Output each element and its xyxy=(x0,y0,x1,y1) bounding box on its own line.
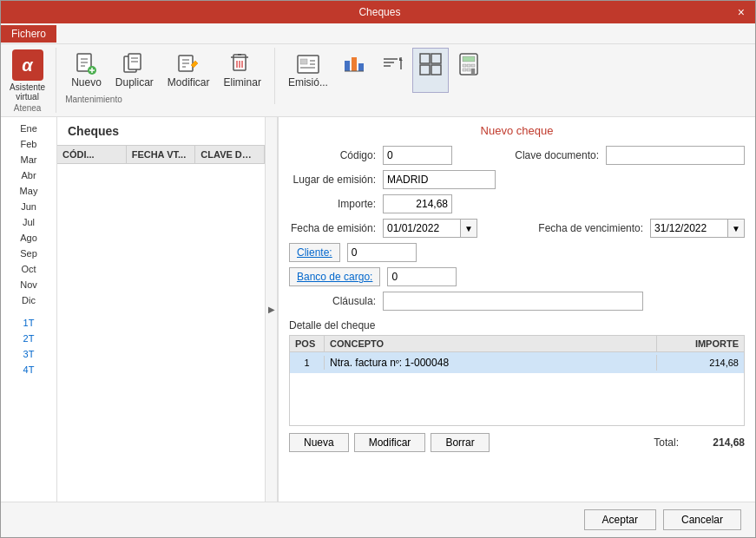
cliente-row: Cliente: xyxy=(289,243,745,262)
emission-label: Emisió... xyxy=(288,76,328,89)
importe-label: Importe: xyxy=(289,198,376,210)
modificar-button[interactable]: Modificar xyxy=(161,48,216,93)
calculator-button[interactable] xyxy=(450,48,487,93)
cliente-button[interactable]: Cliente: xyxy=(289,243,340,262)
fecha-vencimiento-dropdown[interactable]: ▼ xyxy=(728,219,745,238)
list-table-header: CÓDI... FECHA VT... CLAVE DOCUMENT... xyxy=(57,145,265,164)
svg-rect-43 xyxy=(463,69,466,71)
svg-rect-45 xyxy=(471,69,475,75)
sidebar-month-oct[interactable]: Oct xyxy=(1,261,56,277)
total-value: 214,68 xyxy=(684,436,745,449)
emission-row: Emisió... xyxy=(282,48,487,93)
eliminar-icon xyxy=(230,52,254,76)
svg-rect-26 xyxy=(345,61,350,71)
chart-button[interactable] xyxy=(336,48,372,93)
sidebar-quarter-2t[interactable]: 2T xyxy=(1,331,56,346)
importe-input[interactable] xyxy=(383,194,452,213)
menu-bar: Fichero xyxy=(1,23,755,44)
list-title: Cheques xyxy=(57,117,265,145)
calculator-icon xyxy=(457,52,481,76)
sidebar-month-jul[interactable]: Jul xyxy=(1,214,56,230)
grid-icon xyxy=(418,52,443,76)
details-td-importe: 214,68 xyxy=(657,356,744,370)
sidebar-month-ene[interactable]: Ene xyxy=(1,121,56,136)
svg-rect-37 xyxy=(431,65,441,75)
details-row[interactable]: 1 Ntra. factura nº: 1-000048 214,68 xyxy=(290,352,744,373)
svg-rect-34 xyxy=(420,54,430,63)
menu-fichero[interactable]: Fichero xyxy=(1,25,56,43)
cliente-input[interactable] xyxy=(347,243,417,262)
left-sidebar: Ene Feb Mar Abr May Jun Jul Ago Sep Oct … xyxy=(1,117,57,502)
concepto-text: Ntra. factura nº: 1-000048 xyxy=(330,357,449,369)
details-table: POS CONCEPTO IMPORTE 1 Ntra. factura nº:… xyxy=(289,335,745,426)
sidebar-month-ago[interactable]: Ago xyxy=(1,230,56,246)
alpha-icon: α xyxy=(12,49,43,81)
emission-button[interactable]: Emisió... xyxy=(282,48,334,93)
banco-button[interactable]: Banco de cargo: xyxy=(289,267,380,286)
clave-doc-label: Clave documento: xyxy=(503,149,599,161)
svg-rect-41 xyxy=(467,64,470,67)
close-button[interactable]: × xyxy=(734,5,748,19)
aceptar-button[interactable]: Aceptar xyxy=(584,509,656,530)
atenea-label: Atenea xyxy=(14,103,42,113)
panel-arrow[interactable]: ▶ xyxy=(266,117,278,502)
clave-doc-input[interactable] xyxy=(606,146,745,165)
sidebar-month-feb[interactable]: Feb xyxy=(1,136,56,152)
details-col-importe: IMPORTE xyxy=(657,336,744,351)
list-table-body xyxy=(57,164,265,502)
sidebar-quarter-3t[interactable]: 3T xyxy=(1,346,56,362)
clausula-input[interactable] xyxy=(383,292,643,311)
nueva-button[interactable]: Nueva xyxy=(289,433,349,452)
codigo-row: Código: Clave documento: xyxy=(289,146,745,165)
detail-panel: Nuevo cheque Código: Clave documento: Lu… xyxy=(278,117,755,502)
sidebar-quarter-4t[interactable]: 4T xyxy=(1,362,56,377)
modificar-icon xyxy=(176,52,201,76)
fecha-vencimiento-field: ▼ xyxy=(650,219,745,238)
col-codigo: CÓDI... xyxy=(57,146,127,163)
details-col-concepto: CONCEPTO xyxy=(325,336,657,351)
nuevo-button[interactable]: Nuevo xyxy=(65,48,108,93)
col-clave: CLAVE DOCUMENT... xyxy=(195,146,265,163)
sidebar-month-nov[interactable]: Nov xyxy=(1,277,56,292)
asistente-label: Asistente virtual xyxy=(10,82,45,102)
toolbar: α Asistente virtual Atenea xyxy=(1,44,755,117)
sidebar-month-mar[interactable]: Mar xyxy=(1,152,56,167)
svg-rect-36 xyxy=(420,65,430,75)
clausula-label: Cláusula: xyxy=(289,295,376,307)
asistente-group: α Asistente virtual Atenea xyxy=(8,48,56,113)
fecha-emision-dropdown[interactable]: ▼ xyxy=(461,219,477,238)
details-actions: Nueva Modificar Borrar Total: 214,68 xyxy=(289,433,745,452)
clausula-row: Cláusula: xyxy=(289,292,745,311)
cancelar-button[interactable]: Cancelar xyxy=(663,509,741,530)
sidebar-month-jun[interactable]: Jun xyxy=(1,199,56,214)
codigo-label: Código: xyxy=(289,149,376,161)
sidebar-month-abr[interactable]: Abr xyxy=(1,167,56,183)
fecha-emision-label: Fecha de emisión: xyxy=(289,222,376,234)
title-bar: Cheques × xyxy=(1,1,755,23)
modificar-label: Modificar xyxy=(168,76,210,89)
asistente-virtual-button[interactable]: α Asistente virtual xyxy=(8,48,47,103)
svg-rect-44 xyxy=(467,69,470,71)
details-td-concepto: Ntra. factura nº: 1-000048 xyxy=(325,355,657,371)
details-section: Detalle del cheque POS CONCEPTO IMPORTE … xyxy=(289,319,745,452)
duplicar-button[interactable]: Duplicar xyxy=(109,48,160,93)
svg-rect-40 xyxy=(463,64,466,67)
details-col-pos: POS xyxy=(290,336,325,351)
fecha-vencimiento-input[interactable] xyxy=(650,219,728,238)
grid-button[interactable] xyxy=(412,48,449,93)
sidebar-month-sep[interactable]: Sep xyxy=(1,246,56,261)
lugar-emision-input[interactable] xyxy=(383,170,496,189)
sort-button[interactable] xyxy=(374,48,411,93)
sidebar-quarter-1t[interactable]: 1T xyxy=(1,315,56,331)
banco-input[interactable] xyxy=(387,267,457,286)
chart-icon xyxy=(342,52,366,76)
svg-rect-42 xyxy=(471,64,475,67)
fecha-emision-input[interactable] xyxy=(383,219,461,238)
eliminar-button[interactable]: Eliminar xyxy=(218,48,267,93)
modificar-detail-button[interactable]: Modificar xyxy=(354,433,426,452)
sidebar-month-may[interactable]: May xyxy=(1,183,56,199)
borrar-button[interactable]: Borrar xyxy=(431,433,489,452)
sidebar-month-dic[interactable]: Dic xyxy=(1,292,56,308)
codigo-input[interactable] xyxy=(383,146,452,165)
lugar-emision-label: Lugar de emisión: xyxy=(289,174,376,186)
